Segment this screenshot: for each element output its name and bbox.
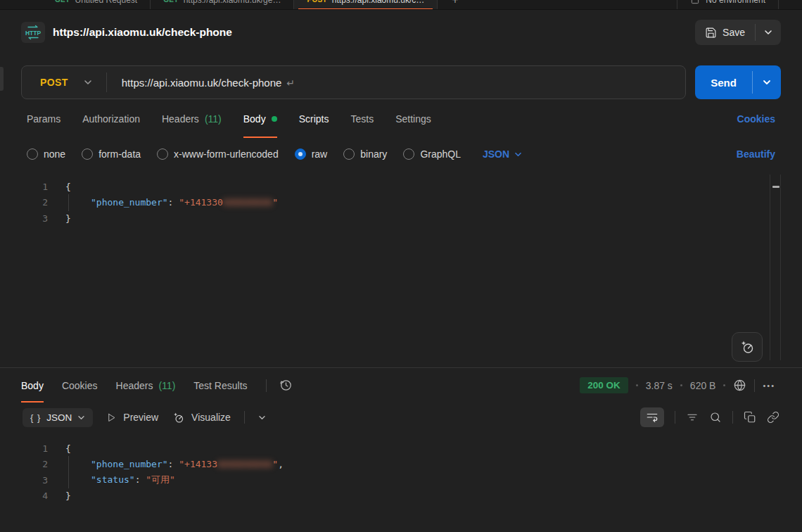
language-select[interactable]: JSON [483,148,522,160]
filter-button[interactable] [686,411,699,424]
visualize-sparkle-icon [172,411,185,424]
method-select[interactable]: POST [22,77,106,88]
editor-scrollbar[interactable] [770,175,781,360]
wrap-text-button-active[interactable] [640,407,664,427]
response-toolbar: { } JSON Preview Visualize [0,403,802,432]
url-input[interactable]: https://api.xiaomu.uk/check-phone↵ [107,77,295,89]
new-tab-button[interactable]: + [446,0,464,6]
tab-authorization[interactable]: Authorization [82,99,140,138]
tab-tests[interactable]: Tests [350,99,374,138]
tab-headers[interactable]: Headers(11) [162,99,222,138]
tab-body[interactable]: Body [243,99,277,138]
network-info-button[interactable] [733,379,746,392]
chevron-down-icon [77,415,85,420]
copy-response-button[interactable] [744,411,756,424]
wrap-text-icon [646,411,658,424]
request-tab-label: https://api.xiaomu.uk/c… [332,0,424,5]
link-icon [767,411,779,424]
tab-settings[interactable]: Settings [395,99,431,138]
postbot-sparkle-icon [739,339,755,355]
response-tab-cookies[interactable]: Cookies [62,368,98,403]
radio-none[interactable]: none [27,148,65,160]
request-body-editor[interactable]: 1 { 2 "phone_number": "+141330888888888"… [0,170,802,368]
radio-graphql[interactable]: GraphQL [403,148,461,160]
headers-count: (11) [205,113,222,125]
globe-icon [733,379,746,392]
indent-guide [68,471,69,488]
line-number: 1 [0,443,48,454]
response-time[interactable]: 3.87 s [646,380,673,391]
method-select-value: POST [22,77,84,88]
response-tab-test-results[interactable]: Test Results [193,368,247,403]
tab-params[interactable]: Params [27,99,61,138]
url-value: https://api.xiaomu.uk/check-phone [122,77,282,89]
redacted-phone-digits: 8888888888 [217,459,272,469]
app-window: GET Untitled Request GET https://api.xia… [0,0,802,532]
response-format-select[interactable]: { } JSON [23,408,93,427]
send-button[interactable]: Send [695,65,752,99]
response-tab-headers[interactable]: Headers(11) [116,368,176,403]
history-clock-icon [279,379,293,392]
send-options-button[interactable] [753,65,781,99]
method-badge: GET [163,0,178,4]
sidebar-drag-handle[interactable] [0,67,4,91]
json-key: "phone_number" [91,459,168,469]
chevron-down-icon [258,415,266,420]
chevron-down-icon [764,30,772,35]
request-tab-2[interactable]: GET https://api.xiaomu.uk/ge… [151,0,294,10]
search-icon [709,411,722,424]
cookies-link[interactable]: Cookies [737,113,775,125]
postbot-button[interactable] [732,332,763,362]
json-value: "可用" [146,474,175,485]
radio-circle [157,148,168,160]
line-number: 2 [0,197,48,208]
radio-form-data[interactable]: form-data [82,148,141,160]
line-number: 2 [0,459,48,469]
request-tab-1[interactable]: GET Untitled Request [42,0,151,10]
link-button[interactable] [767,411,779,424]
radio-raw-selected[interactable]: raw [295,148,328,160]
response-more-actions-button[interactable]: ••• [763,381,775,390]
chevron-down-icon [84,80,92,85]
json-key: "phone_number" [91,197,168,208]
svg-text:HTTP: HTTP [25,30,42,37]
radio-binary[interactable]: binary [343,148,387,160]
redacted-phone-digits: 888888888 [223,197,272,208]
copy-icon [744,411,756,424]
line-number: 4 [0,490,48,501]
visualize-button[interactable]: Visualize [172,411,231,424]
url-return-glyph: ↵ [286,77,295,89]
search-button[interactable] [709,411,722,424]
response-size[interactable]: 620 B [690,380,716,391]
environment-selector[interactable]: No environment [677,0,778,5]
line-number: 1 [0,182,48,192]
chevron-down-icon [514,152,522,157]
environment-label: No environment [706,0,765,5]
request-tab-3-active[interactable]: POST https://api.xiaomu.uk/c… [294,0,438,10]
line-number: 3 [0,475,48,486]
visualize-options-button[interactable] [258,415,266,420]
request-tab-label: https://api.xiaomu.uk/ge… [184,0,281,5]
response-history-button[interactable] [279,379,293,392]
language-value: JSON [483,148,509,160]
status-badge[interactable]: 200 OK [580,377,628,393]
radio-circle [27,148,38,160]
radio-circle [295,148,306,160]
response-tab-body[interactable]: Body [21,368,44,403]
save-options-button[interactable] [756,20,781,45]
save-button[interactable]: Save [695,20,755,45]
radio-circle [82,148,93,160]
save-button-label: Save [723,27,745,38]
request-header: HTTP https://api.xiaomu.uk/check-phone S… [0,10,802,55]
radio-x-www-form-urlencoded[interactable]: x-www-form-urlencoded [157,148,279,160]
json-key: "status" [91,474,135,485]
preview-button[interactable]: Preview [106,412,158,423]
radio-circle [343,148,355,160]
beautify-link[interactable]: Beautify [737,148,775,160]
scrollbar-thumb[interactable] [772,186,779,188]
tab-scripts[interactable]: Scripts [299,99,329,138]
request-title: https://api.xiaomu.uk/check-phone [53,26,232,39]
workspace-tab-bar: GET Untitled Request GET https://api.xia… [0,0,802,10]
code-line: 3 "status": "可用" [0,472,802,488]
response-body-editor[interactable]: 1 { 2 "phone_number": "+141338888888888"… [0,432,802,504]
